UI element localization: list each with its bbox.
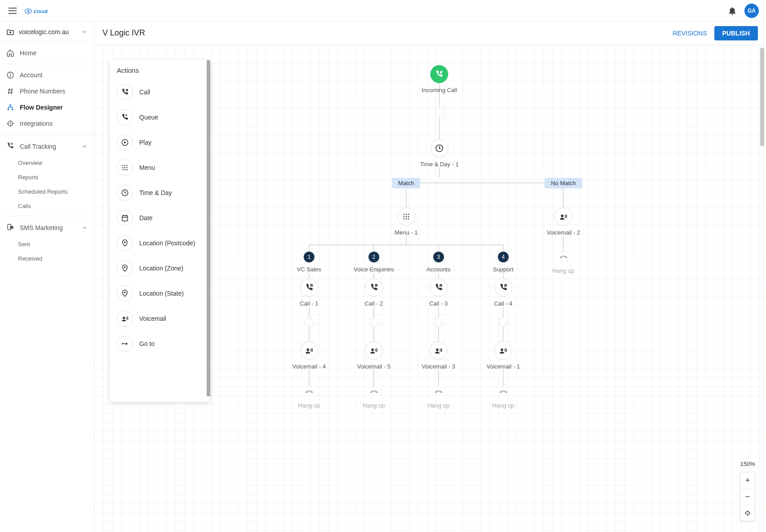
action-label: Location (Postcode): [139, 239, 195, 247]
zoom-out-button[interactable]: −: [740, 488, 755, 505]
sidebar-item-label: Integrations: [20, 120, 53, 127]
node-timeday[interactable]: Time & Day - 1: [420, 139, 459, 168]
node-voicemail[interactable]: Voicemail - 5: [357, 341, 390, 370]
panel-scrollbar[interactable]: [207, 60, 210, 396]
menu-toggle[interactable]: [7, 5, 18, 16]
branch-name: Support: [493, 266, 514, 273]
node-label: Voicemail - 3: [422, 363, 455, 370]
canvas[interactable]: Actions Call Queue Play Menu Time & Day …: [94, 45, 766, 532]
node-hangup[interactable]: Hang up: [298, 386, 320, 409]
action-play[interactable]: Play: [110, 130, 210, 155]
calendar-icon: [117, 210, 133, 226]
sidebar-item-label: Flow Designer: [20, 104, 63, 111]
flow-slot[interactable]: [369, 318, 378, 327]
sidebar-item-home[interactable]: Home: [0, 45, 94, 61]
node-incoming[interactable]: Incoming Call: [422, 65, 457, 93]
action-timeday[interactable]: Time & Day: [110, 180, 210, 205]
flow-slot[interactable]: [435, 107, 444, 116]
node-voicemail2[interactable]: Voicemail - 2: [547, 208, 580, 236]
scrollbar[interactable]: [760, 48, 764, 146]
sidebar-item-flowdesigner[interactable]: Flow Designer: [0, 99, 94, 115]
num-badge: 1: [304, 252, 314, 262]
node-call[interactable]: Call - 1: [300, 279, 318, 307]
sidebar-sub-scheduled[interactable]: Scheduled Reports: [0, 184, 94, 199]
node-label: Incoming Call: [422, 87, 457, 93]
node-hangup-r[interactable]: Hang up: [552, 252, 574, 274]
locate-icon: [744, 510, 751, 517]
action-label: Time & Day: [139, 189, 172, 196]
node-voicemail[interactable]: Voicemail - 4: [292, 341, 326, 370]
action-date[interactable]: Date: [110, 205, 210, 231]
notifications-icon[interactable]: [727, 6, 737, 16]
action-loc-postcode[interactable]: Location (Postcode): [110, 231, 210, 256]
branch-num[interactable]: 2Voice Enquiries: [354, 252, 394, 273]
sidebar-sub-received[interactable]: Received: [0, 251, 94, 266]
sidebar-group-calltracking[interactable]: Call Tracking: [0, 137, 94, 155]
play-icon: [117, 134, 133, 151]
sidebar-group-sms[interactable]: SMS Marketing: [0, 219, 94, 237]
avatar[interactable]: GA: [744, 4, 759, 18]
action-loc-state[interactable]: Location (State): [110, 281, 210, 306]
node-hangup[interactable]: Hang up: [492, 386, 514, 409]
action-loc-zone[interactable]: Location (Zone): [110, 256, 210, 281]
target-icon: [6, 120, 14, 128]
action-menu[interactable]: Menu: [110, 155, 210, 180]
branch-num[interactable]: 4Support: [493, 252, 514, 273]
sidebar-sub-sent[interactable]: Sent: [0, 237, 94, 251]
menu-icon: [397, 208, 415, 226]
flow-slot[interactable]: [305, 318, 314, 327]
call-icon: [429, 279, 447, 297]
node-voicemail[interactable]: Voicemail - 1: [487, 341, 520, 370]
node-label: Call - 4: [494, 300, 512, 307]
sidebar-sub-calls[interactable]: Calls: [0, 199, 94, 213]
sidebar-item-integrations[interactable]: Integrations: [0, 115, 94, 132]
sidebar-group-label: SMS Marketing: [20, 224, 76, 231]
zoom-center-button[interactable]: [740, 505, 755, 521]
sidebar-sub-overview[interactable]: Overview: [0, 155, 94, 170]
hangup-icon: [434, 386, 443, 399]
flow-slot[interactable]: [499, 318, 508, 327]
sidebar: voicelogic.com.au Home Account Phone Num…: [0, 22, 94, 532]
node-label: Hang up: [492, 402, 514, 409]
action-label: Go to: [139, 340, 155, 347]
action-label: Date: [139, 214, 153, 222]
revisions-button[interactable]: REVISIONS: [673, 30, 707, 37]
node-hangup[interactable]: Hang up: [427, 386, 449, 409]
publish-button[interactable]: PUBLISH: [714, 26, 758, 40]
node-menu[interactable]: Menu - 1: [394, 208, 417, 236]
node-label: Voicemail - 2: [547, 229, 580, 236]
node-voicemail[interactable]: Voicemail - 3: [422, 341, 455, 370]
zoom-in-button[interactable]: +: [740, 472, 755, 488]
pin-icon: [117, 235, 133, 251]
action-label: Voicemail: [139, 315, 166, 322]
action-voicemail[interactable]: Voicemail: [110, 306, 210, 331]
flow-icon: [6, 103, 14, 111]
domain-selector[interactable]: voicelogic.com.au: [0, 22, 94, 42]
node-hangup[interactable]: Hang up: [363, 386, 385, 409]
node-call[interactable]: Call - 2: [364, 279, 383, 307]
node-call[interactable]: Call - 4: [494, 279, 512, 307]
branch-num[interactable]: 1VC Sales: [297, 252, 321, 273]
action-label: Location (Zone): [139, 265, 183, 272]
num-badge: 4: [498, 252, 509, 262]
action-goto[interactable]: Go to: [110, 331, 210, 356]
incoming-icon: [430, 65, 448, 83]
voicemail-icon: [494, 341, 512, 359]
action-label: Location (State): [139, 290, 184, 297]
flow-slot[interactable]: [434, 318, 443, 327]
action-call[interactable]: Call: [110, 80, 210, 105]
hangup-icon: [369, 386, 379, 399]
voicemail-icon: [300, 341, 318, 359]
sms-icon: [6, 223, 14, 231]
action-queue[interactable]: Queue: [110, 105, 210, 130]
branch-num[interactable]: 3Accounts: [426, 252, 450, 273]
sidebar-sub-reports[interactable]: Reports: [0, 170, 94, 184]
sidebar-item-numbers[interactable]: Phone Numbers: [0, 83, 94, 99]
logo[interactable]: cloud: [24, 6, 65, 16]
node-label: Voicemail - 1: [487, 363, 520, 370]
sidebar-item-account[interactable]: Account: [0, 67, 94, 83]
actions-title: Actions: [110, 60, 210, 80]
call-icon: [365, 279, 383, 297]
node-call[interactable]: Call - 3: [429, 279, 447, 307]
num-badge: 2: [368, 252, 379, 262]
